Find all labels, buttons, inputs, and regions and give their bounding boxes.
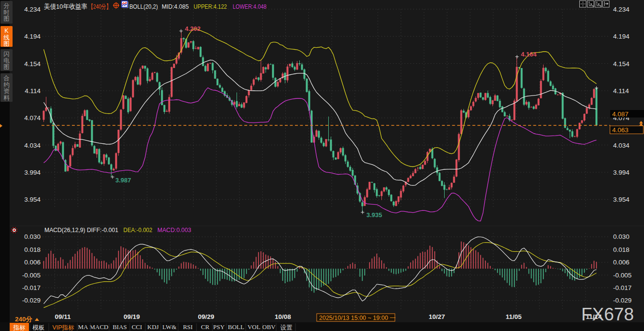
svg-text:4.114: 4.114 xyxy=(25,87,41,95)
svg-text:MA: MA xyxy=(78,323,89,331)
svg-text:0.006: 0.006 xyxy=(24,259,41,266)
svg-text:合: 合 xyxy=(3,75,10,82)
svg-text:4.164: 4.164 xyxy=(521,51,537,58)
svg-text:PSY: PSY xyxy=(213,323,225,331)
svg-text:0.018: 0.018 xyxy=(613,246,630,253)
svg-text:MACD:0.003: MACD:0.003 xyxy=(157,226,191,234)
svg-text:BOLL(20,2): BOLL(20,2) xyxy=(129,3,158,10)
svg-text:2025/10/13 15:00 ~ 19:00 一: 2025/10/13 15:00 ~ 19:00 一 xyxy=(319,315,396,321)
svg-text:闪: 闪 xyxy=(3,51,10,57)
svg-text:4.154: 4.154 xyxy=(613,60,630,68)
svg-text:3.954: 3.954 xyxy=(613,196,630,203)
svg-text:4.034: 4.034 xyxy=(613,142,630,149)
svg-text:图: 图 xyxy=(3,64,10,70)
svg-text:-0.017: -0.017 xyxy=(613,284,631,291)
svg-text:模板: 模板 xyxy=(32,324,45,331)
svg-text:09/29: 09/29 xyxy=(198,313,214,320)
svg-text:约: 约 xyxy=(3,82,10,88)
svg-text:-0.005: -0.005 xyxy=(22,272,41,279)
svg-text:-0.017: -0.017 xyxy=(22,284,41,291)
svg-text:图: 图 xyxy=(3,41,10,47)
svg-text:BOLL: BOLL xyxy=(228,323,244,331)
svg-text:BIAS: BIAS xyxy=(112,323,127,331)
svg-text:UPPER:4.122: UPPER:4.122 xyxy=(194,3,227,10)
svg-text:0.030: 0.030 xyxy=(613,233,630,240)
svg-text:MID:4.085: MID:4.085 xyxy=(162,3,189,10)
svg-text:09/11: 09/11 xyxy=(55,313,71,320)
svg-text:4.154: 4.154 xyxy=(24,60,41,68)
svg-text:美债10年收益率: 美债10年收益率 xyxy=(44,3,87,10)
svg-text:图: 图 xyxy=(3,15,10,22)
svg-text:4.234: 4.234 xyxy=(24,6,41,13)
svg-text:设置: 设置 xyxy=(280,324,293,331)
svg-text:电: 电 xyxy=(3,57,10,64)
svg-text:4.063: 4.063 xyxy=(612,126,629,134)
svg-text:-0.005: -0.005 xyxy=(613,272,631,279)
svg-text:CR: CR xyxy=(201,323,210,331)
svg-text:10/27: 10/27 xyxy=(429,313,445,320)
svg-text:4.202: 4.202 xyxy=(185,25,201,32)
svg-text:3.954: 3.954 xyxy=(24,196,41,203)
svg-text:VOL: VOL xyxy=(248,323,261,331)
svg-text:K: K xyxy=(4,28,9,34)
svg-text:CCI: CCI xyxy=(132,323,142,331)
svg-text:4.234: 4.234 xyxy=(613,6,630,13)
svg-text:240分: 240分 xyxy=(15,316,33,323)
svg-text:0.018: 0.018 xyxy=(24,246,41,253)
svg-text:11/05: 11/05 xyxy=(505,313,522,320)
svg-text:09/19: 09/19 xyxy=(124,313,140,320)
svg-text:分: 分 xyxy=(3,2,10,9)
svg-text:4.074: 4.074 xyxy=(24,114,41,122)
svg-text:3.994: 3.994 xyxy=(613,169,630,176)
svg-text:LW&: LW& xyxy=(162,323,176,331)
svg-text:FX678: FX678 xyxy=(581,304,634,324)
svg-text:VIP指标: VIP指标 xyxy=(52,324,74,331)
svg-text:DEA:-0.002: DEA:-0.002 xyxy=(124,226,153,234)
svg-text:RSI: RSI xyxy=(183,323,193,331)
svg-text:LOWER:4.048: LOWER:4.048 xyxy=(233,3,266,10)
svg-text:4.034: 4.034 xyxy=(24,142,41,149)
svg-text:4.194: 4.194 xyxy=(613,33,630,40)
svg-text:-0.029: -0.029 xyxy=(22,297,41,304)
svg-text:指标: 指标 xyxy=(13,324,26,331)
svg-text:【240分】: 【240分】 xyxy=(88,3,111,10)
svg-text:4.114: 4.114 xyxy=(613,87,629,95)
svg-text:MACD: MACD xyxy=(89,323,108,331)
svg-text:3.935: 3.935 xyxy=(366,211,382,219)
svg-text:线: 线 xyxy=(3,34,10,41)
svg-text:MACD(26,12,9) DIFF:-0.001: MACD(26,12,9) DIFF:-0.001 xyxy=(44,226,118,234)
svg-text:3.994: 3.994 xyxy=(24,169,41,176)
svg-text:-0.029: -0.029 xyxy=(613,297,631,304)
svg-text:时: 时 xyxy=(3,9,10,16)
svg-text:OBV: OBV xyxy=(262,323,276,331)
svg-text:10/08: 10/08 xyxy=(275,313,291,320)
svg-text:料: 料 xyxy=(3,95,10,101)
svg-text:0.030: 0.030 xyxy=(24,233,41,240)
svg-text:资: 资 xyxy=(3,88,10,95)
svg-text:KDJ: KDJ xyxy=(147,323,159,331)
svg-text:0.006: 0.006 xyxy=(613,259,630,266)
svg-text:3.987: 3.987 xyxy=(115,177,131,184)
svg-text:4.087: 4.087 xyxy=(612,110,629,118)
svg-text:4.194: 4.194 xyxy=(24,33,41,40)
